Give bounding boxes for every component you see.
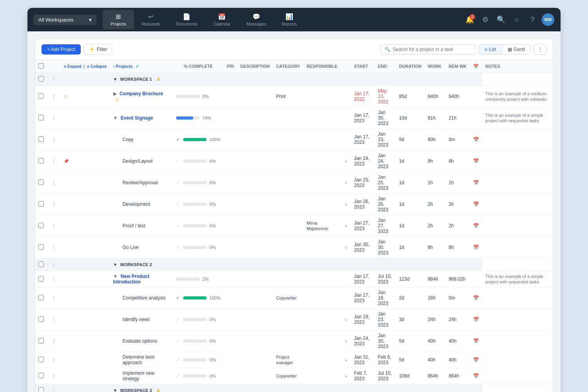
proj-expand-icon[interactable]: ▶ — [113, 91, 117, 96]
ws-expand-icon[interactable]: ▼ — [113, 262, 118, 267]
ws-dots-button[interactable]: ⋮ — [50, 387, 57, 392]
task-name[interactable]: Copy — [123, 137, 134, 142]
task-checkbox[interactable] — [38, 223, 44, 228]
task-name[interactable]: Competitive analysis — [123, 295, 166, 301]
proj-expand-icon[interactable]: ▼ — [113, 274, 118, 279]
proj-dots-button[interactable]: ⋮ — [50, 275, 57, 283]
task-dots-button[interactable]: ⋮ — [50, 136, 57, 143]
task-dots-button[interactable]: ⋮ — [50, 294, 57, 302]
task-dots-button[interactable]: ⋮ — [50, 356, 57, 364]
task-checkbox[interactable] — [38, 338, 44, 343]
task-name[interactable]: Determine best approach — [123, 354, 154, 365]
proj-checkbox[interactable] — [38, 93, 44, 99]
proj-name[interactable]: Event Signage — [121, 115, 153, 121]
task-dots-button[interactable]: ⋮ — [50, 200, 57, 208]
task-dots-button[interactable]: ⋮ — [50, 337, 57, 345]
task-calendar-icon[interactable]: 📅 — [473, 201, 479, 207]
task-name[interactable]: Identify need — [123, 317, 150, 322]
search-input[interactable] — [393, 47, 471, 52]
task-checkbox[interactable] — [38, 158, 44, 163]
table-row: ⋮ ▼ WORKSPACE 1 ⚠ — [35, 73, 553, 86]
nav-requests[interactable]: ↩ Requests — [134, 10, 168, 29]
proj-dots-button[interactable]: ⋮ — [50, 114, 57, 122]
star-icon[interactable]: ☆ — [510, 13, 523, 26]
ws-expand-icon[interactable]: ▼ — [113, 388, 118, 392]
col-header-dep — [341, 60, 351, 73]
task-pri-cell — [224, 237, 237, 258]
task-checkbox[interactable] — [38, 357, 44, 362]
nav-documents[interactable]: 📄 Documents — [168, 10, 205, 29]
ws-dots-button[interactable]: ⋮ — [50, 261, 57, 269]
proj-checkbox[interactable] — [38, 276, 44, 281]
task-dots-button[interactable]: ⋮ — [50, 316, 57, 323]
proj-name[interactable]: New Product Introduction — [113, 274, 150, 285]
task-name[interactable]: Development — [123, 201, 151, 207]
task-calendar-icon[interactable]: 📅 — [473, 373, 479, 379]
nav-calendar[interactable]: 📅 Calendar — [205, 10, 239, 29]
nav-messages[interactable]: 💬 Messages — [239, 10, 274, 29]
task-dots-button[interactable]: ⋮ — [50, 222, 57, 230]
select-all-checkbox[interactable] — [38, 63, 44, 69]
settings-icon[interactable]: ⚙ — [479, 13, 492, 26]
ws-checkbox[interactable] — [38, 76, 44, 82]
task-pin-cell — [60, 194, 110, 215]
task-calendar-icon[interactable]: 📅 — [473, 180, 479, 185]
task-name[interactable]: Implement new strategy — [123, 370, 154, 381]
task-dots-button[interactable]: ⋮ — [50, 372, 57, 380]
task-pri-cell — [224, 194, 237, 215]
task-dots-cell: ⋮ — [47, 151, 60, 172]
proj-checkbox[interactable] — [38, 115, 44, 120]
task-calendar-icon[interactable]: 📅 — [473, 137, 479, 142]
task-checkbox[interactable] — [38, 295, 44, 300]
nav-projects[interactable]: ⊞ Projects — [103, 10, 134, 29]
task-calendar-icon[interactable]: 📅 — [473, 245, 479, 250]
collapse-label[interactable]: ∧ Collapse — [87, 64, 107, 69]
task-name[interactable]: Review/Approval — [123, 180, 158, 185]
ws-dots-button[interactable]: ⋮ — [50, 75, 57, 83]
gantt-view-button[interactable]: ▦ Gantt — [502, 45, 530, 54]
proj-expand-icon[interactable]: ▼ — [113, 115, 118, 121]
col-header-projects: › Projects ✓ — [110, 60, 173, 73]
list-view-button[interactable]: ≡ List — [479, 45, 502, 54]
filter-button[interactable]: ⚡ Filter — [84, 44, 113, 55]
task-calendar-icon[interactable]: 📅 — [473, 357, 479, 363]
task-dots-cell: ⋮ — [47, 309, 60, 330]
task-dots-button[interactable]: ⋮ — [50, 243, 57, 251]
proj-pct-cell: 74% — [173, 107, 224, 129]
expand-label[interactable]: ∨ Expand — [64, 64, 82, 69]
task-checkbox[interactable] — [38, 316, 44, 322]
task-checkbox[interactable] — [38, 180, 44, 185]
search-icon[interactable]: 🔍 — [495, 13, 507, 26]
task-dots-button[interactable]: ⋮ — [50, 179, 57, 187]
nav-reports[interactable]: 📊 Reports — [274, 10, 305, 29]
ws-checkbox[interactable] — [38, 261, 44, 267]
proj-dots-button[interactable]: ⋮ — [50, 93, 57, 100]
task-desc-cell — [237, 194, 273, 215]
notification-btn[interactable]: 🔔 2 — [463, 13, 476, 26]
task-name[interactable]: Proof / test — [123, 223, 145, 229]
task-duration: 1d — [399, 180, 404, 185]
more-options-button[interactable]: ⋮ — [534, 44, 546, 55]
task-checkbox[interactable] — [38, 201, 44, 207]
main-content: + Add Project ⚡ Filter 🔍 ≡ List — [27, 31, 561, 392]
task-checkbox[interactable] — [38, 244, 44, 250]
task-calendar-icon[interactable]: 📅 — [473, 158, 479, 164]
task-checkbox[interactable] — [38, 136, 44, 142]
proj-duration: 85d — [399, 94, 407, 99]
task-dots-button[interactable]: ⋮ — [50, 157, 57, 165]
workspace-selector[interactable]: All Workspaces ▾ — [34, 15, 96, 25]
task-checkbox[interactable] — [38, 373, 44, 378]
help-icon[interactable]: ? — [526, 13, 539, 26]
ws-expand-icon[interactable]: ▼ — [113, 77, 118, 82]
add-project-button[interactable]: + Add Project — [42, 44, 81, 54]
task-calendar-icon[interactable]: 📅 — [473, 295, 479, 301]
avatar[interactable]: MM — [542, 13, 554, 26]
task-calendar-icon[interactable]: 📅 — [473, 317, 479, 322]
task-calendar-icon[interactable]: 📅 — [473, 338, 479, 344]
task-name[interactable]: Go Live — [123, 245, 139, 250]
proj-name[interactable]: Company Brochure — [120, 91, 163, 96]
task-name[interactable]: Evaluate options — [123, 338, 158, 344]
ws-checkbox[interactable] — [38, 387, 44, 392]
task-calendar-icon[interactable]: 📅 — [473, 223, 479, 229]
task-name[interactable]: Design/Layout — [123, 158, 153, 164]
